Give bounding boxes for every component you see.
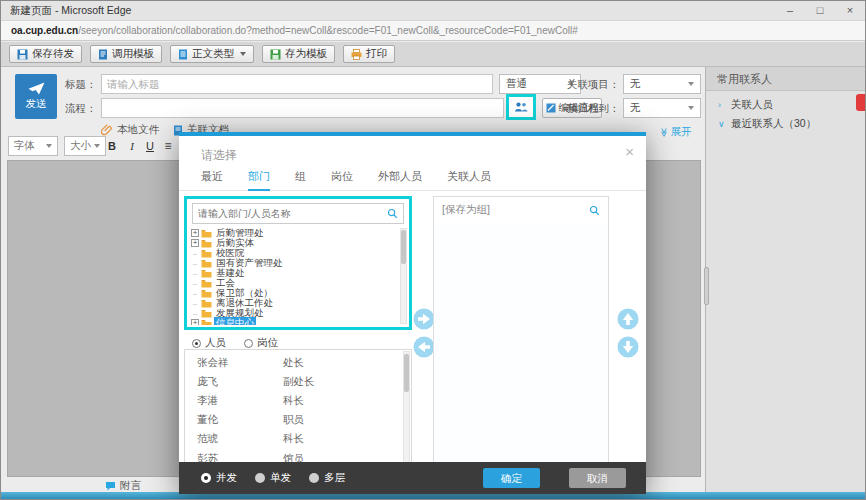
contact-item[interactable] [734,201,865,212]
save-draft-button[interactable]: 保存待发 [9,45,82,63]
bold-button[interactable]: B [103,136,121,156]
contact-item[interactable] [734,414,865,425]
dialog-tab[interactable]: 部门 [248,169,270,191]
cancel-button[interactable]: 取消 [569,468,626,488]
confirm-button[interactable]: 确定 [483,468,540,488]
font-size-select[interactable]: 大小 [64,136,106,156]
postscript-link[interactable]: 附言 [105,479,141,493]
folder-icon [201,229,212,238]
contact-item[interactable] [734,268,865,279]
underline-button[interactable]: U [141,136,159,156]
move-up-button[interactable] [617,308,639,330]
person-row[interactable]: 范琥 科长 [185,430,411,449]
dialog-tab[interactable]: 外部人员 [378,169,422,191]
people-scrollbar-thumb[interactable] [404,354,409,392]
contact-item[interactable] [734,224,865,235]
contact-item[interactable] [734,391,865,402]
body-type-button[interactable]: 正文类型 [170,45,254,63]
move-right-button[interactable] [413,308,435,330]
contact-item[interactable] [734,156,865,167]
minimize-button[interactable]: – [775,1,805,20]
send-mode-radio[interactable]: 单发 [255,471,291,485]
flow-input[interactable] [101,98,504,118]
expand-plus-icon[interactable] [191,239,199,247]
contact-item[interactable] [734,291,865,302]
related-project-select[interactable]: 无 [623,74,701,94]
close-window-button[interactable]: × [835,1,865,20]
print-button[interactable]: 打印 [343,45,395,63]
local-file-link[interactable]: 本地文件 [101,123,159,137]
dialog-tab[interactable]: 关联人员 [447,169,491,191]
dialog-tab[interactable]: 岗位 [331,169,353,191]
select-people-dialog: 请选择 × 最近部门组岗位外部人员关联人员 后勤管理处 [179,132,646,494]
person-row[interactable]: 张会祥 处长 [185,353,411,372]
address-bar[interactable]: oa.cup.edu.cn/seeyon/collaboration/colla… [1,20,865,41]
tree-scrollbar[interactable] [400,228,407,324]
contact-item[interactable] [734,279,865,290]
contact-item[interactable] [734,324,865,335]
radio-icon [255,473,265,483]
send-mode-radio[interactable]: 多层 [309,471,345,485]
tree-scrollbar-thumb[interactable] [401,230,406,264]
prearchive-select[interactable]: 无 [623,98,701,118]
people-scrollbar[interactable] [403,351,410,464]
person-row[interactable]: 庞飞 副处长 [185,372,411,391]
contact-item[interactable] [734,458,865,469]
use-template-button[interactable]: 调用模板 [90,45,162,63]
flow-label: 流程： [65,102,97,116]
dialog-tab[interactable]: 组 [295,169,306,191]
search-icon[interactable] [589,205,600,216]
align-button[interactable] [159,136,177,156]
dialog-tab[interactable]: 最近 [201,169,223,191]
contact-item[interactable] [734,347,865,358]
send-button[interactable]: 发送 [15,74,57,119]
contact-item[interactable] [734,358,865,369]
expand-plus-icon[interactable] [191,229,199,237]
contact-item[interactable] [734,335,865,346]
sidebar-collapse-grip[interactable] [704,267,709,305]
contact-item[interactable] [734,134,865,145]
expand-link[interactable]: ≫ 展开 [659,125,691,139]
contact-item[interactable] [734,235,865,246]
person-row[interactable]: 董伦 职员 [185,411,411,430]
tree-connector [191,299,199,308]
contact-item[interactable] [734,190,865,201]
send-mode-radio[interactable]: 并发 [201,471,237,485]
maximize-button[interactable]: □ [805,1,835,20]
contact-item[interactable] [734,369,865,380]
post-radio[interactable]: 岗位 [244,336,278,350]
contact-item[interactable] [734,145,865,156]
contact-item[interactable] [734,447,865,458]
related-people-group[interactable]: › 关联人员 [706,95,865,114]
move-left-button[interactable] [413,336,435,358]
save-as-template-button[interactable]: 存为模板 [262,45,335,63]
print-icon [351,49,362,60]
search-icon[interactable] [387,208,398,219]
contact-item[interactable] [734,246,865,257]
tree-item[interactable]: 信息中心 [191,318,398,325]
person-row[interactable]: 李港 科长 [185,391,411,410]
contact-item[interactable] [734,212,865,223]
recent-contacts-group[interactable]: ∨ 最近联系人（30） [706,114,865,133]
folder-icon [201,319,212,326]
dialog-close-button[interactable]: × [625,143,634,160]
expand-plus-icon[interactable] [191,319,199,325]
send-mode-radios: 并发 单发 多层 [201,471,345,485]
move-down-button[interactable] [617,336,639,358]
title-input[interactable] [101,74,493,94]
italic-button[interactable]: I [123,136,141,156]
member-radio[interactable]: 人员 [192,336,226,350]
tree-search-input[interactable] [193,207,387,220]
contact-item[interactable] [734,302,865,313]
contact-item[interactable] [734,257,865,268]
contact-item[interactable] [734,380,865,391]
red-flag-tag [856,94,865,111]
contact-item[interactable] [734,313,865,324]
contact-item[interactable] [734,168,865,179]
font-family-select[interactable]: 字体 [8,136,58,156]
contact-item[interactable] [734,179,865,190]
contact-item[interactable] [734,436,865,447]
contact-item[interactable] [734,403,865,414]
contact-item[interactable] [734,425,865,436]
people-picker-button[interactable] [514,102,528,112]
